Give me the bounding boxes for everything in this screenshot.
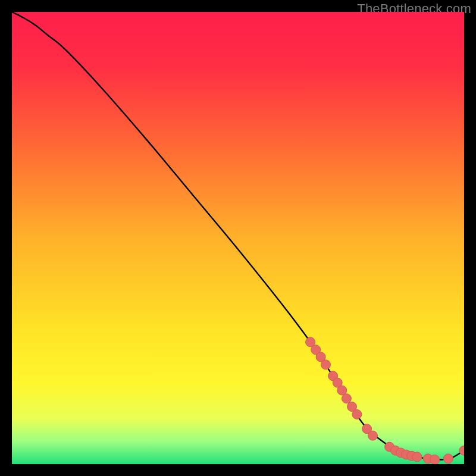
curve-marker — [412, 452, 422, 462]
chart-plot — [12, 12, 464, 464]
curve-marker — [321, 360, 330, 369]
curve-marker — [368, 431, 377, 440]
gradient-background — [12, 12, 464, 464]
curve-marker — [443, 454, 453, 464]
curve-marker — [352, 409, 362, 419]
curve-marker — [342, 394, 351, 403]
curve-marker — [430, 455, 440, 464]
chart-stage: TheBottleneck.com — [0, 0, 476, 476]
